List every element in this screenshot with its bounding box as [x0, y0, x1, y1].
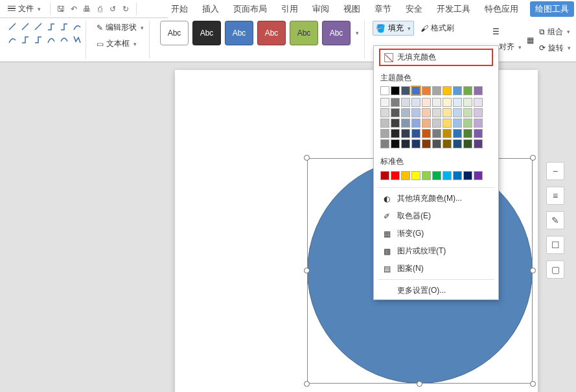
color-swatch[interactable]: [391, 98, 400, 107]
color-swatch[interactable]: [432, 129, 441, 138]
style-preset[interactable]: Abc: [322, 21, 351, 45]
no-fill-item[interactable]: 无填充颜色: [379, 49, 493, 66]
color-swatch[interactable]: [453, 139, 462, 148]
picture-tool-button[interactable]: ☐: [546, 236, 564, 254]
color-swatch[interactable]: [411, 119, 420, 128]
more-settings-item[interactable]: 更多设置(O)...: [374, 282, 498, 299]
color-swatch[interactable]: [463, 171, 472, 180]
align-tool-button[interactable]: ≡: [546, 187, 564, 205]
text-wrap-button[interactable]: ☰: [491, 26, 523, 38]
style-preset[interactable]: Abc: [160, 21, 189, 45]
tab-security[interactable]: 安全: [403, 1, 425, 17]
group-button[interactable]: ⧉ 组合▾: [538, 25, 572, 39]
color-swatch[interactable]: [432, 139, 441, 148]
color-swatch[interactable]: [380, 86, 389, 95]
color-swatch[interactable]: [401, 139, 410, 148]
color-swatch[interactable]: [411, 139, 420, 148]
color-swatch[interactable]: [463, 139, 472, 148]
color-swatch[interactable]: [474, 129, 483, 138]
pattern-item[interactable]: ▤ 图案(N): [374, 260, 498, 277]
color-swatch[interactable]: [422, 119, 431, 128]
print-preview-icon[interactable]: ⎙: [95, 4, 105, 14]
color-swatch[interactable]: [391, 139, 400, 148]
color-swatch[interactable]: [432, 171, 441, 180]
color-swatch[interactable]: [443, 98, 452, 107]
resize-handle[interactable]: [304, 268, 310, 273]
color-swatch[interactable]: [432, 86, 441, 95]
color-swatch[interactable]: [401, 86, 410, 95]
color-swatch[interactable]: [443, 108, 452, 117]
connector-tool[interactable]: [45, 21, 57, 32]
resize-handle[interactable]: [530, 155, 536, 161]
color-swatch[interactable]: [443, 86, 452, 95]
color-swatch[interactable]: [463, 108, 472, 117]
tab-special[interactable]: 特色应用: [482, 1, 521, 17]
color-swatch[interactable]: [391, 171, 400, 180]
connector-tool[interactable]: [58, 21, 70, 32]
connector-tool[interactable]: [32, 34, 44, 45]
text-box-button[interactable]: ▭ 文本框 ▾: [94, 37, 146, 51]
tab-review[interactable]: 审阅: [310, 1, 332, 17]
color-swatch[interactable]: [411, 98, 420, 107]
eyedropper-button[interactable]: ✎: [546, 211, 564, 229]
resize-handle[interactable]: [530, 381, 536, 387]
edit-shape-button[interactable]: ✎ 编辑形状 ▾: [94, 21, 146, 34]
shape-style-gallery[interactable]: Abc Abc Abc Abc Abc Abc ▾: [157, 21, 362, 45]
color-swatch[interactable]: [474, 98, 483, 107]
color-swatch[interactable]: [463, 129, 472, 138]
bring-forward-button[interactable]: ▦: [525, 34, 535, 46]
resize-handle[interactable]: [530, 268, 536, 273]
color-swatch[interactable]: [380, 119, 389, 128]
color-swatch[interactable]: [432, 98, 441, 107]
color-swatch[interactable]: [422, 108, 431, 117]
color-swatch[interactable]: [474, 108, 483, 117]
curve-tool[interactable]: [6, 34, 18, 45]
color-swatch[interactable]: [422, 171, 431, 180]
color-swatch[interactable]: [432, 119, 441, 128]
color-swatch[interactable]: [422, 139, 431, 148]
color-swatch[interactable]: [380, 108, 389, 117]
tab-home[interactable]: 开始: [168, 1, 190, 17]
eyedropper-item[interactable]: ✐ 取色器(E): [374, 207, 498, 225]
color-swatch[interactable]: [401, 98, 410, 107]
tab-references[interactable]: 引用: [279, 1, 301, 17]
connector-tool[interactable]: [19, 34, 31, 45]
color-swatch[interactable]: [453, 108, 462, 117]
color-swatch[interactable]: [453, 171, 462, 180]
color-swatch[interactable]: [432, 108, 441, 117]
tab-view[interactable]: 视图: [341, 1, 363, 17]
color-swatch[interactable]: [443, 119, 452, 128]
color-swatch[interactable]: [422, 98, 431, 107]
color-swatch[interactable]: [380, 171, 389, 180]
color-swatch[interactable]: [474, 171, 483, 180]
gradient-item[interactable]: ▦ 渐变(G): [374, 225, 498, 242]
resize-handle[interactable]: [304, 155, 310, 161]
color-swatch[interactable]: [391, 129, 400, 138]
undo-icon[interactable]: ↶: [69, 4, 79, 14]
tab-layout[interactable]: 页面布局: [231, 1, 270, 17]
file-menu[interactable]: 文件 ▾: [4, 2, 45, 16]
picture-texture-item[interactable]: ▩ 图片或纹理(T): [374, 242, 498, 260]
resize-handle[interactable]: [417, 381, 422, 387]
redo-icon[interactable]: ↻: [121, 4, 131, 14]
format-brush-button[interactable]: 🖌 格式刷: [418, 21, 457, 35]
style-preset[interactable]: Abc: [257, 21, 286, 45]
color-swatch[interactable]: [463, 86, 472, 95]
tab-developer[interactable]: 开发工具: [434, 1, 473, 17]
arrow-tool[interactable]: [32, 21, 44, 32]
color-swatch[interactable]: [443, 129, 452, 138]
color-swatch[interactable]: [474, 119, 483, 128]
line-tools-gallery[interactable]: [6, 21, 83, 45]
color-swatch[interactable]: [401, 129, 410, 138]
color-swatch[interactable]: [411, 108, 420, 117]
color-swatch[interactable]: [380, 139, 389, 148]
more-fill-colors-item[interactable]: ◐ 其他填充颜色(M)...: [374, 190, 498, 207]
undo2-icon[interactable]: ↺: [108, 4, 118, 14]
curve-tool[interactable]: [58, 34, 70, 45]
color-swatch[interactable]: [453, 119, 462, 128]
color-swatch[interactable]: [391, 108, 400, 117]
color-swatch[interactable]: [391, 119, 400, 128]
resize-handle[interactable]: [304, 381, 310, 387]
curve-tool[interactable]: [71, 21, 83, 32]
tab-sections[interactable]: 章节: [372, 1, 394, 17]
